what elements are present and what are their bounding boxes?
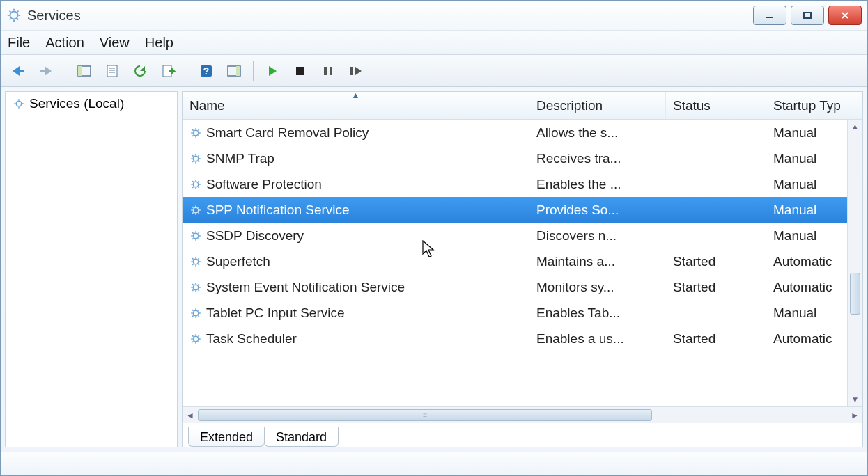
service-name-cell: Superfetch xyxy=(183,254,529,269)
column-header-startup-type[interactable]: Startup Typ xyxy=(766,92,862,119)
scrollbar-thumb[interactable] xyxy=(850,273,860,315)
svg-line-96 xyxy=(198,284,199,285)
column-headers: Name ▲ Description Status Startup Typ xyxy=(183,92,862,120)
services-list-panel: Name ▲ Description Status Startup Typ Sm… xyxy=(182,91,863,447)
services-app-icon xyxy=(6,8,22,23)
show-hide-action-pane-button[interactable] xyxy=(222,59,246,83)
service-row[interactable]: Smart Card Removal PolicyAllows the s...… xyxy=(183,120,862,145)
toolbar-separator xyxy=(65,61,65,81)
start-service-button[interactable] xyxy=(261,59,284,83)
service-name: SNMP Trap xyxy=(206,151,274,166)
svg-rect-14 xyxy=(40,70,46,72)
body: Services (Local) Name ▲ Description Stat… xyxy=(1,87,867,452)
svg-line-95 xyxy=(198,289,199,291)
svg-line-40 xyxy=(192,129,194,131)
svg-line-79 xyxy=(192,238,194,239)
svg-line-94 xyxy=(192,284,194,285)
export-list-button[interactable] xyxy=(156,59,180,83)
menu-help[interactable]: Help xyxy=(145,35,173,51)
svg-line-70 xyxy=(192,212,194,214)
services-rows: Smart Card Removal PolicyAllows the s...… xyxy=(183,120,862,406)
column-header-description[interactable]: Description xyxy=(529,92,666,119)
tab-extended[interactable]: Extended xyxy=(188,427,265,447)
restart-service-button[interactable] xyxy=(344,59,368,83)
help-button[interactable]: ? xyxy=(194,59,218,83)
service-description-cell: Enables Tab... xyxy=(529,306,666,321)
svg-line-76 xyxy=(192,232,194,234)
tab-standard[interactable]: Standard xyxy=(264,427,339,447)
pause-service-button[interactable] xyxy=(316,59,340,83)
service-row[interactable]: SPP Notification ServiceProvides So...Ma… xyxy=(183,197,862,223)
svg-line-6 xyxy=(17,19,19,20)
svg-point-80 xyxy=(193,259,199,264)
vertical-scrollbar[interactable]: ▲ ▼ xyxy=(847,120,862,406)
gear-icon xyxy=(189,307,202,319)
scroll-left-arrow-icon[interactable]: ◄ xyxy=(183,407,198,423)
minimize-button[interactable] xyxy=(753,6,786,25)
service-row[interactable]: SNMP TrapReceives tra...Manual xyxy=(183,145,862,171)
svg-line-77 xyxy=(198,238,199,239)
scrollbar-thumb[interactable]: ≡ xyxy=(198,409,652,421)
properties-button[interactable] xyxy=(100,59,124,83)
svg-line-58 xyxy=(192,181,194,182)
menu-view[interactable]: View xyxy=(100,35,130,51)
back-button[interactable] xyxy=(6,59,30,83)
svg-line-112 xyxy=(192,335,194,337)
svg-point-35 xyxy=(193,130,199,136)
svg-line-41 xyxy=(198,135,199,136)
service-name: Smart Card Removal Policy xyxy=(206,125,369,141)
service-name-cell: System Event Notification Service xyxy=(183,280,529,295)
menu-file[interactable]: File xyxy=(8,35,30,51)
horizontal-scrollbar[interactable]: ◄ ≡ ► xyxy=(183,406,862,423)
svg-rect-17 xyxy=(107,65,117,77)
service-row[interactable]: Tablet PC Input ServiceEnables Tab...Man… xyxy=(183,300,862,326)
gear-icon xyxy=(189,255,202,268)
tree-item-services-local[interactable]: Services (Local) xyxy=(10,95,173,113)
toolbar-separator xyxy=(187,61,187,81)
service-row[interactable]: Task SchedulerEnables a us...StartedAuto… xyxy=(183,326,862,351)
menu-action[interactable]: Action xyxy=(45,35,84,51)
view-tabs: Extended Standard xyxy=(183,423,862,447)
svg-rect-26 xyxy=(296,67,304,75)
svg-line-88 xyxy=(192,264,194,265)
titlebar: Services xyxy=(1,1,867,30)
maximize-button[interactable] xyxy=(791,6,824,25)
scrollbar-track[interactable]: ≡ xyxy=(198,407,847,423)
scroll-right-arrow-icon[interactable]: ► xyxy=(847,407,862,423)
forward-button[interactable] xyxy=(34,59,58,83)
svg-line-86 xyxy=(198,264,199,265)
svg-point-107 xyxy=(193,336,199,342)
svg-point-89 xyxy=(193,285,199,290)
svg-point-53 xyxy=(193,182,199,187)
service-row[interactable]: SSDP DiscoveryDiscovers n...Manual xyxy=(183,223,862,248)
svg-line-50 xyxy=(198,161,199,162)
svg-line-68 xyxy=(198,212,199,214)
gear-icon xyxy=(189,230,202,242)
column-header-status[interactable]: Status xyxy=(666,92,766,119)
stop-service-button[interactable] xyxy=(288,59,312,83)
gear-icon xyxy=(189,204,202,216)
scroll-down-arrow-icon[interactable]: ▼ xyxy=(848,392,862,406)
statusbar xyxy=(1,452,867,475)
show-hide-console-tree-button[interactable] xyxy=(72,59,96,83)
service-description-cell: Enables a us... xyxy=(529,331,666,347)
service-name: SSDP Discovery xyxy=(206,228,304,244)
refresh-button[interactable] xyxy=(128,59,152,83)
svg-line-60 xyxy=(198,181,199,182)
service-description-cell: Discovers n... xyxy=(529,228,666,244)
service-description-cell: Monitors sy... xyxy=(529,280,666,295)
scroll-up-arrow-icon[interactable]: ▲ xyxy=(848,120,862,134)
column-header-name[interactable]: Name ▲ xyxy=(183,92,529,119)
services-window: Services File Action View Help xyxy=(0,0,868,476)
sort-ascending-icon: ▲ xyxy=(352,90,360,100)
service-row[interactable]: SuperfetchMaintains a...StartedAutomatic xyxy=(183,248,862,274)
svg-point-30 xyxy=(16,101,22,106)
gear-icon xyxy=(13,97,25,110)
svg-point-71 xyxy=(193,233,199,239)
close-button[interactable] xyxy=(828,6,862,25)
service-row[interactable]: Software ProtectionEnables the ...Manual xyxy=(183,171,862,197)
svg-line-78 xyxy=(198,232,199,234)
service-description-cell: Receives tra... xyxy=(529,151,666,166)
service-row[interactable]: System Event Notification ServiceMonitor… xyxy=(183,274,862,300)
svg-line-5 xyxy=(10,11,11,13)
